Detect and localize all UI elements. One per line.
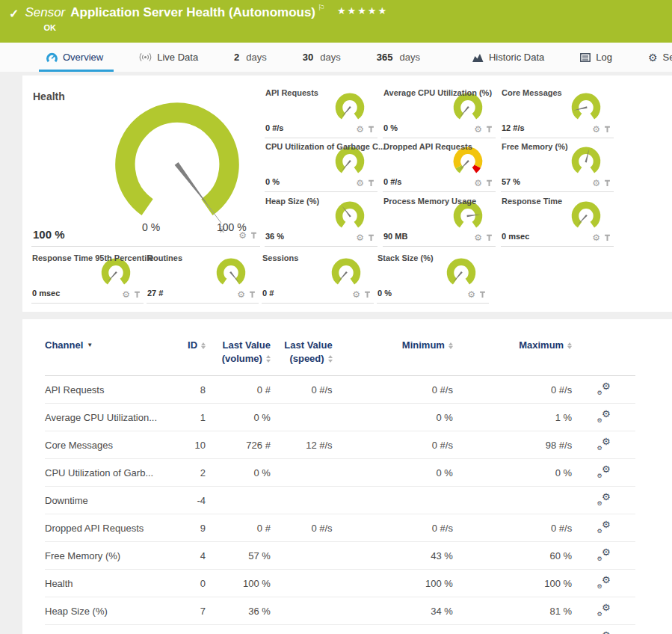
edit-channel-icon[interactable]: ⚙⚙ [597, 493, 611, 505]
column-header-max[interactable]: Maximum [453, 334, 572, 376]
gauge-cell: Routines27 #⚙ [147, 250, 259, 304]
gear-icon[interactable]: ⚙ [474, 179, 482, 188]
gear-icon[interactable]: ⚙ [356, 233, 364, 242]
pin-icon[interactable] [604, 126, 611, 133]
minimum-value: 0 % [333, 459, 453, 487]
tab-live-data[interactable]: Live Data [136, 43, 201, 72]
gear-icon[interactable]: ⚙ [467, 290, 475, 299]
column-header-ic[interactable] [572, 334, 635, 376]
pin-icon[interactable] [486, 234, 493, 241]
tab-settings[interactable]: ⚙ Settings [645, 43, 672, 72]
tab-2-days[interactable]: 2days [231, 43, 270, 72]
edit-channel-icon[interactable]: ⚙⚙ [597, 604, 611, 616]
flag-icon[interactable]: ⚐ [318, 3, 325, 13]
edit-channel-icon[interactable]: ⚙⚙ [597, 466, 611, 478]
gear-icon[interactable]: ⚙ [356, 125, 364, 134]
gauge-cell: Response Time0 msec⚙ [501, 193, 614, 247]
edit-channel-icon[interactable]: ⚙⚙ [597, 521, 611, 533]
channel-row[interactable]: Core Messages10726 #12 #/s0 #/s98 #/s⚙⚙ [45, 431, 635, 459]
gear-icon[interactable]: ⚙ [592, 125, 600, 134]
gear-icon[interactable]: ⚙ [356, 179, 364, 188]
gauge-dial [324, 255, 368, 288]
edit-channel-icon[interactable]: ⚙⚙ [597, 549, 611, 561]
last-value-volume: 0 # [206, 376, 271, 404]
last-value-speed [271, 570, 333, 597]
tab-log[interactable]: Log [577, 43, 615, 72]
pin-icon[interactable] [604, 179, 611, 187]
tab-overview[interactable]: Overview [43, 43, 106, 72]
channel-row[interactable]: Process Memory Usage590 MB87 MB113 MB⚙⚙ [45, 625, 635, 634]
last-value-speed [271, 459, 333, 487]
channel-name: Dropped API Requests [45, 514, 161, 542]
last-value-volume: 100 % [206, 570, 271, 597]
column-header-spd[interactable]: Last Value(speed) [271, 334, 333, 376]
edit-channel-icon[interactable]: ⚙⚙ [597, 383, 611, 395]
gear-icon[interactable]: ⚙ [352, 290, 360, 299]
gear-icon[interactable]: ⚙ [592, 179, 600, 188]
channel-id: 4 [161, 542, 206, 570]
gauge-icon [46, 52, 58, 63]
last-value-volume: 57 % [206, 542, 271, 570]
gauge-title: Response Time [502, 197, 562, 206]
gauge-value: 0 % [377, 289, 392, 298]
gear-icon[interactable]: ⚙ [474, 125, 482, 134]
channel-id: 2 [161, 459, 206, 487]
gear-icon[interactable]: ⚙ [237, 290, 245, 299]
channel-row[interactable]: Heap Size (%)736 %34 %81 %⚙⚙ [45, 597, 635, 625]
gauge-title: API Requests [265, 88, 318, 97]
channel-id: 9 [161, 514, 206, 542]
pin-icon[interactable] [364, 291, 371, 298]
edit-channel-icon[interactable]: ⚙⚙ [597, 410, 611, 422]
column-header-id[interactable]: ID [161, 334, 206, 376]
last-value-speed [271, 625, 333, 634]
pin-icon[interactable] [479, 291, 486, 298]
area-chart-icon [472, 53, 484, 62]
channel-row[interactable]: Free Memory (%)457 %43 %60 %⚙⚙ [45, 542, 635, 570]
column-header-min[interactable]: Minimum [333, 334, 453, 376]
gear-icon[interactable]: ⚙ [122, 290, 130, 299]
gauge-cell: Stack Size (%)0 %⚙ [377, 250, 489, 304]
channel-table-panel: Channel▼IDLast Value(volume)Last Value(s… [22, 319, 672, 634]
sort-toggle-icon [201, 341, 206, 351]
gear-icon[interactable]: ⚙ [474, 233, 482, 242]
gauge-value: 0 # [262, 289, 274, 298]
gauge-cell: Process Memory Usage90 MB⚙ [383, 193, 496, 247]
minimum-value: 43 % [333, 542, 453, 570]
pin-icon[interactable] [368, 234, 374, 241]
health-gauge-dial: x̄ [93, 93, 262, 240]
tab-historic-data[interactable]: Historic Data [469, 43, 547, 72]
channel-name: CPU Utilization of Garb... [45, 459, 161, 487]
channel-row[interactable]: CPU Utilization of Garb...20 %0 %0 %⚙⚙ [45, 459, 635, 487]
edit-channel-icon[interactable]: ⚙⚙ [597, 576, 611, 588]
gear-icon[interactable]: ⚙ [238, 231, 247, 240]
pin-icon[interactable] [250, 232, 257, 239]
channel-row[interactable]: Downtime-4⚙⚙ [45, 487, 635, 514]
pin-icon[interactable] [604, 234, 611, 241]
pin-icon[interactable] [368, 126, 374, 133]
gear-icon[interactable]: ⚙ [592, 233, 600, 242]
pin-icon[interactable] [486, 126, 493, 133]
tab-365-days[interactable]: 365days [374, 43, 423, 72]
pin-icon[interactable] [249, 291, 256, 298]
channel-id: -4 [161, 487, 206, 514]
column-header-channel[interactable]: Channel▼ [45, 334, 161, 376]
health-gauge-value: 100 % [33, 228, 65, 241]
channel-row[interactable]: Dropped API Requests90 #0 #/s0 #/s0 #/s⚙… [45, 514, 635, 542]
last-value-speed: 0 #/s [271, 376, 333, 404]
channel-row[interactable]: Health0100 %100 %100 %⚙⚙ [45, 570, 635, 597]
column-header-vol[interactable]: Last Value(volume) [206, 334, 271, 376]
priority-stars-icon[interactable]: ★★★★★ [337, 5, 388, 16]
gauge-title: Core Messages [502, 88, 562, 97]
channel-row[interactable]: Average CPU Utilization...10 %0 %1 %⚙⚙ [45, 404, 635, 431]
sort-toggle-icon [448, 341, 453, 351]
pin-icon[interactable] [368, 179, 374, 187]
pin-icon[interactable] [486, 179, 493, 187]
pin-icon[interactable] [134, 291, 141, 298]
edit-channel-icon[interactable]: ⚙⚙ [597, 438, 611, 450]
tab-30-days[interactable]: 30days [300, 43, 344, 72]
gauge-value: 0 % [265, 177, 280, 186]
minimum-value: 34 % [333, 597, 453, 625]
channel-row[interactable]: API Requests80 #0 #/s0 #/s0 #/s⚙⚙ [45, 376, 635, 404]
gauge-title: Average CPU Utilization (%) [383, 88, 492, 97]
minimum-value: 87 MB [333, 625, 453, 634]
